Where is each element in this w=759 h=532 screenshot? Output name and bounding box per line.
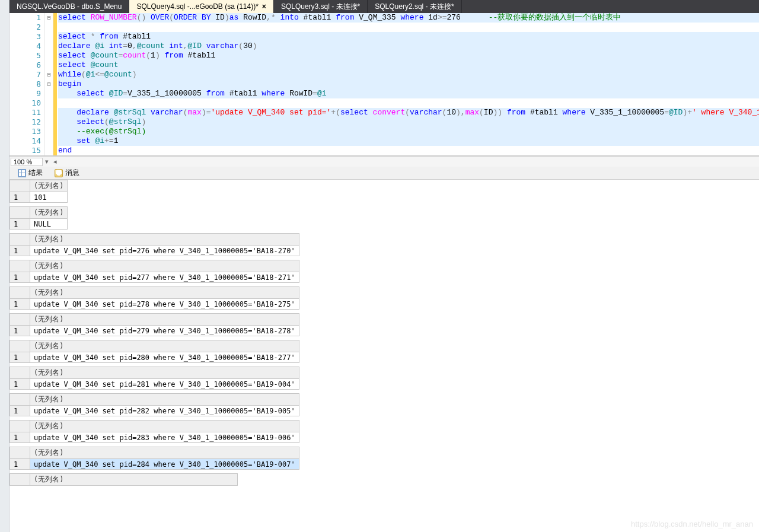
- result-grid[interactable]: (无列名)1NULL: [9, 206, 68, 230]
- row-number[interactable]: 1: [10, 299, 30, 310]
- table-row[interactable]: 1update V_QM_340 set pid=280 where V_340…: [10, 352, 299, 363]
- fold-toggle[interactable]: ⊟: [45, 79, 53, 89]
- row-number[interactable]: 1: [10, 379, 30, 390]
- close-icon[interactable]: ×: [262, 2, 266, 11]
- code-line[interactable]: [58, 98, 759, 108]
- result-grid[interactable]: (无列名)1update V_QM_340 set pid=277 where …: [9, 260, 299, 283]
- cell[interactable]: 101: [30, 192, 68, 203]
- cell[interactable]: update V_QM_340 set pid=277 where V_340_…: [30, 272, 299, 283]
- code-line[interactable]: declare @i int=0,@count int,@ID varchar(…: [58, 42, 759, 51]
- table-row[interactable]: 1update V_QM_340 set pid=282 where V_340…: [10, 406, 299, 416]
- fold-toggle[interactable]: ⊟: [45, 70, 53, 79]
- tab-sqlquery2[interactable]: SQLQuery2.sql - 未连接*: [368, 0, 461, 13]
- code-line[interactable]: select ROW_NUMBER() OVER(ORDER BY ID)as …: [58, 13, 759, 23]
- cell[interactable]: update V_QM_340 set pid=282 where V_340_…: [30, 406, 299, 416]
- column-header[interactable]: (无列名): [30, 314, 299, 326]
- table-row[interactable]: 1update V_QM_340 set pid=276 where V_340…: [10, 246, 299, 256]
- row-number[interactable]: 1: [10, 432, 30, 443]
- column-header[interactable]: (无列名): [30, 260, 299, 272]
- row-header-corner[interactable]: [10, 394, 30, 406]
- table-row[interactable]: 1update V_QM_340 set pid=279 where V_340…: [10, 326, 299, 336]
- code-line[interactable]: end: [58, 146, 759, 155]
- row-header-corner[interactable]: [10, 367, 30, 379]
- row-number[interactable]: 1: [10, 326, 30, 336]
- code-line[interactable]: declare @strSql varchar(max)='update V_Q…: [58, 108, 759, 117]
- row-header-corner[interactable]: [10, 287, 30, 299]
- row-header-corner[interactable]: [10, 447, 30, 459]
- fold-gutter[interactable]: ⊟⊟⊟: [45, 13, 53, 155]
- result-grid[interactable]: (无列名)1update V_QM_340 set pid=284 where …: [9, 447, 299, 470]
- row-header-corner[interactable]: [10, 234, 30, 246]
- cell[interactable]: update V_QM_340 set pid=278 where V_340_…: [30, 299, 299, 310]
- row-number[interactable]: 1: [10, 219, 30, 230]
- tab-s-menu[interactable]: NGSQL.VeGooDB - dbo.S_Menu: [9, 0, 129, 13]
- result-grid[interactable]: (无列名)1update V_QM_340 set pid=278 where …: [9, 286, 299, 310]
- code-line[interactable]: select @count: [58, 60, 759, 70]
- row-header-corner[interactable]: [10, 180, 30, 192]
- column-header[interactable]: (无列名): [30, 394, 299, 406]
- tab-sqlquery3[interactable]: SQLQuery3.sql - 未连接*: [274, 0, 368, 13]
- tab-sqlquery4[interactable]: SQLQuery4.sql -...eGooDB (sa (114))* ×: [129, 0, 273, 13]
- column-header[interactable]: (无列名): [30, 180, 68, 192]
- row-header-corner[interactable]: [10, 340, 30, 352]
- column-header[interactable]: (无列名): [30, 287, 299, 299]
- cell[interactable]: update V_QM_340 set pid=279 where V_340_…: [30, 326, 299, 336]
- cell[interactable]: update V_QM_340 set pid=276 where V_340_…: [30, 246, 299, 256]
- result-grid[interactable]: (无列名)1101: [9, 180, 68, 203]
- cell[interactable]: update V_QM_340 set pid=281 where V_340_…: [30, 379, 299, 390]
- cell[interactable]: NULL: [30, 219, 68, 230]
- code-line[interactable]: [58, 23, 759, 32]
- table-row[interactable]: 1101: [10, 192, 68, 203]
- cell[interactable]: update V_QM_340 set pid=280 where V_340_…: [30, 352, 299, 363]
- row-header-corner[interactable]: [10, 420, 30, 432]
- table-row[interactable]: 1update V_QM_340 set pid=281 where V_340…: [10, 379, 299, 390]
- scroll-left-icon[interactable]: ◂: [51, 158, 59, 165]
- row-header-corner[interactable]: [10, 474, 30, 486]
- fold-toggle[interactable]: ⊟: [45, 13, 53, 23]
- results-pane[interactable]: (无列名)1101 (无列名)1NULL (无列名)1update V_QM_3…: [9, 180, 759, 532]
- object-explorer-sliver[interactable]: [0, 0, 9, 532]
- code-line[interactable]: --exec(@strSql): [58, 127, 759, 136]
- row-number[interactable]: 1: [10, 246, 30, 256]
- result-grid[interactable]: (无列名)1update V_QM_340 set pid=281 where …: [9, 367, 299, 390]
- result-grid[interactable]: (无列名)1update V_QM_340 set pid=276 where …: [9, 233, 299, 256]
- code-line[interactable]: select(@strSql): [58, 117, 759, 127]
- result-grid[interactable]: (无列名)1update V_QM_340 set pid=282 where …: [9, 393, 299, 416]
- column-header[interactable]: (无列名): [30, 207, 68, 219]
- row-number[interactable]: 1: [10, 352, 30, 363]
- column-header[interactable]: (无列名): [30, 340, 299, 352]
- table-row[interactable]: 1update V_QM_340 set pid=284 where V_340…: [10, 459, 299, 470]
- code-line[interactable]: set @i+=1: [58, 136, 759, 146]
- cell[interactable]: update V_QM_340 set pid=284 where V_340_…: [30, 459, 299, 470]
- table-row[interactable]: 1update V_QM_340 set pid=283 where V_340…: [10, 432, 299, 443]
- table-row[interactable]: 1update V_QM_340 set pid=277 where V_340…: [10, 272, 299, 283]
- sql-editor[interactable]: 123456789101112131415 ⊟⊟⊟ select ROW_NUM…: [9, 13, 759, 156]
- row-number[interactable]: 1: [10, 459, 30, 470]
- row-header-corner[interactable]: [10, 314, 30, 326]
- column-header[interactable]: (无列名): [30, 474, 238, 486]
- column-header[interactable]: (无列名): [30, 367, 299, 379]
- code-line[interactable]: begin: [58, 79, 759, 89]
- column-header[interactable]: (无列名): [30, 420, 299, 432]
- code-line[interactable]: while(@i<=@count): [58, 70, 759, 79]
- result-grid[interactable]: (无列名)1update V_QM_340 set pid=280 where …: [9, 340, 299, 363]
- code-area[interactable]: select ROW_NUMBER() OVER(ORDER BY ID)as …: [57, 13, 759, 155]
- result-grid[interactable]: (无列名): [9, 473, 238, 486]
- row-header-corner[interactable]: [10, 207, 30, 219]
- code-line[interactable]: select * from #tabl1: [58, 32, 759, 42]
- column-header[interactable]: (无列名): [30, 234, 299, 246]
- result-grid[interactable]: (无列名)1update V_QM_340 set pid=283 where …: [9, 420, 299, 443]
- row-number[interactable]: 1: [10, 272, 30, 283]
- table-row[interactable]: 1NULL: [10, 219, 68, 230]
- code-line[interactable]: select @count=count(1) from #tabl1: [58, 51, 759, 60]
- zoom-dropdown[interactable]: 100 %: [11, 158, 43, 166]
- row-number[interactable]: 1: [10, 192, 30, 203]
- column-header[interactable]: (无列名): [30, 447, 299, 459]
- row-header-corner[interactable]: [10, 260, 30, 272]
- zoom-dropdown-arrow[interactable]: ▾: [43, 158, 51, 165]
- code-line[interactable]: select @ID=V_335_1_10000005 from #tabl1 …: [58, 89, 759, 98]
- results-tab[interactable]: 结果: [12, 167, 49, 179]
- cell[interactable]: update V_QM_340 set pid=283 where V_340_…: [30, 432, 299, 443]
- messages-tab[interactable]: 消息: [49, 167, 85, 179]
- row-number[interactable]: 1: [10, 406, 30, 416]
